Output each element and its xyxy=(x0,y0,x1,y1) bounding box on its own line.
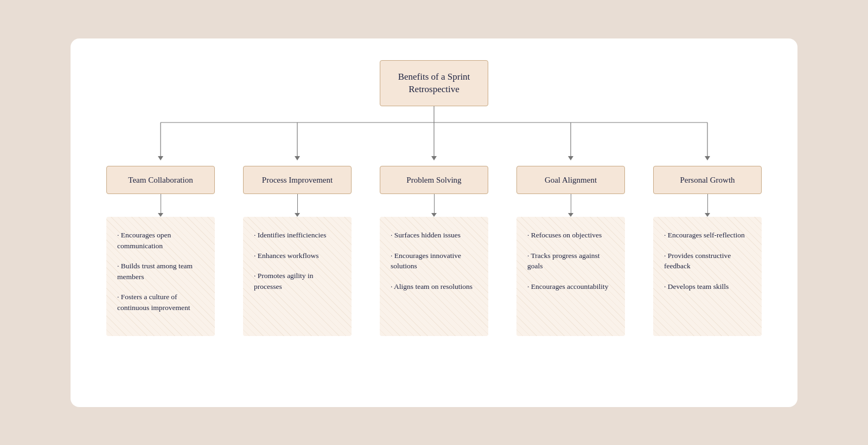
svg-marker-3 xyxy=(158,156,163,160)
detail-box-goal-alignment: · Refocuses on objectives · Tracks progr… xyxy=(516,217,625,336)
detail-item: · Builds trust among team members xyxy=(117,261,204,282)
category-personal-growth: Personal Growth xyxy=(653,166,762,194)
category-label: Process Improvement xyxy=(262,176,333,185)
category-label: Goal Alignment xyxy=(545,176,597,185)
detail-box-process-improvement: · Identifies inefficiencies · Enhances w… xyxy=(243,217,352,336)
category-label: Problem Solving xyxy=(406,176,461,185)
category-problem-solving: Problem Solving xyxy=(380,166,488,194)
detail-item: · Encourages open communication xyxy=(117,230,204,251)
category-label: Team Collaboration xyxy=(128,176,193,185)
branch-goal-alignment: Goal Alignment · Refocuses on objectives… xyxy=(511,166,630,336)
detail-item: · Encourages accountability xyxy=(527,281,614,292)
diagram-card: Benefits of a Sprint Retrospective xyxy=(71,38,797,407)
branch-process-improvement: Process Improvement · Identifies ineffic… xyxy=(238,166,357,336)
svg-marker-7 xyxy=(431,156,437,160)
category-process-improvement: Process Improvement xyxy=(243,166,352,194)
top-section: Benefits of a Sprint Retrospective xyxy=(92,60,776,337)
detail-item: · Develops team skills xyxy=(664,281,751,292)
detail-item: · Tracks progress against goals xyxy=(527,250,614,272)
root-node: Benefits of a Sprint Retrospective xyxy=(380,60,488,107)
category-goal-alignment: Goal Alignment xyxy=(516,166,625,194)
detail-item: · Encourages innovative solutions xyxy=(391,250,477,272)
detail-item: · Enhances workflows xyxy=(254,250,341,261)
detail-item: · Refocuses on objectives xyxy=(527,230,614,241)
mind-map-diagram: Benefits of a Sprint Retrospective xyxy=(92,60,776,337)
detail-box-personal-growth: · Encourages self-reflection · Provides … xyxy=(653,217,762,336)
svg-marker-9 xyxy=(568,156,573,160)
detail-item: · Encourages self-reflection xyxy=(664,230,751,241)
branch-personal-growth: Personal Growth · Encourages self-reflec… xyxy=(648,166,767,336)
root-label: Benefits of a Sprint Retrospective xyxy=(398,72,470,95)
branch-lines-svg xyxy=(92,106,776,166)
detail-item: · Surfaces hidden issues xyxy=(391,230,477,241)
detail-item: · Promotes agility in processes xyxy=(254,270,341,292)
branch-team-collaboration: Team Collaboration · Encourages open com… xyxy=(101,166,220,336)
category-team-collaboration: Team Collaboration xyxy=(106,166,215,194)
detail-box-team-collaboration: · Encourages open communication · Builds… xyxy=(106,217,215,336)
branch-problem-solving: Problem Solving · Surfaces hidden issues… xyxy=(374,166,494,336)
category-label: Personal Growth xyxy=(680,176,735,185)
category-nodes-row: Team Collaboration · Encourages open com… xyxy=(92,166,776,336)
detail-item: · Identifies inefficiencies xyxy=(254,230,341,241)
svg-marker-11 xyxy=(705,156,710,160)
detail-item: · Aligns team on resolutions xyxy=(391,281,477,292)
svg-marker-5 xyxy=(295,156,300,160)
detail-box-problem-solving: · Surfaces hidden issues · Encourages in… xyxy=(380,217,488,336)
detail-item: · Provides constructive feedback xyxy=(664,250,751,272)
detail-item: · Fosters a culture of continuous improv… xyxy=(117,292,204,313)
